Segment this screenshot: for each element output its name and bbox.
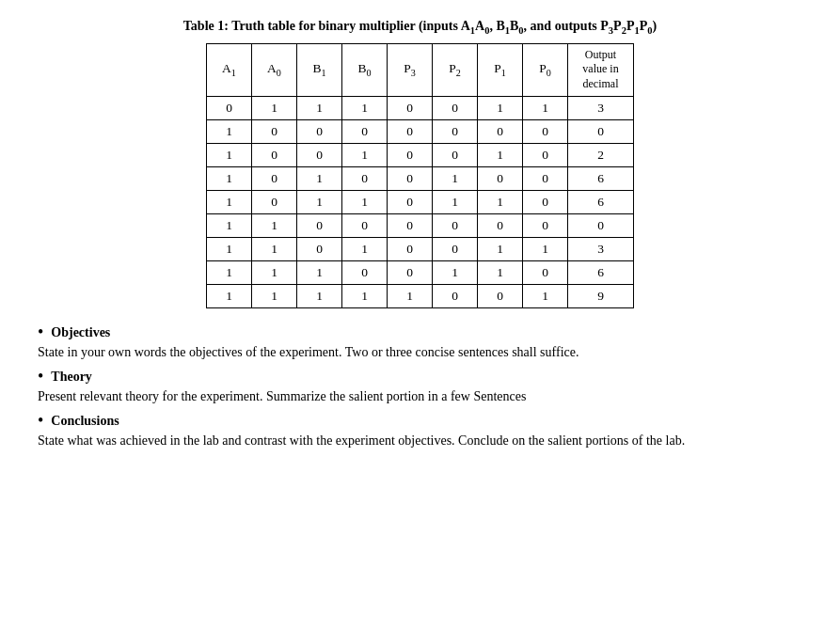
table-cell: 1 (342, 96, 388, 119)
table-cell: 3 (568, 237, 634, 260)
table-cell: 9 (568, 284, 634, 307)
table-cell: 0 (478, 284, 523, 307)
section-heading-objectives: Objectives (51, 325, 110, 340)
table-cell: 0 (388, 96, 433, 119)
table-cell: 1 (207, 119, 252, 143)
table-cell: 0 (433, 284, 478, 307)
col-header-p1: P1 (478, 43, 523, 96)
table-cell: 2 (568, 143, 634, 166)
table-cell: 1 (478, 260, 523, 284)
table-cell: 0 (523, 260, 568, 284)
bullet-dot-theory: • (38, 368, 43, 385)
section-heading-theory: Theory (51, 370, 92, 385)
section-body-objectives: State in your own words the objectives o… (38, 342, 802, 362)
table-row: 111001106 (207, 260, 634, 284)
table-cell: 1 (433, 190, 478, 213)
table-cell: 6 (568, 260, 634, 284)
truth-table: A1 A0 B1 B0 P3 P2 P1 P0 Output value in … (206, 43, 634, 308)
table-cell: 1 (478, 237, 523, 260)
table-cell: 1 (207, 237, 252, 260)
table-cell: 0 (342, 119, 388, 143)
table-cell: 0 (388, 166, 433, 190)
table-cell: 1 (297, 96, 342, 119)
table-cell: 0 (568, 119, 634, 143)
table-cell: 0 (342, 213, 388, 237)
table-cell: 0 (252, 190, 297, 213)
table-cell: 1 (252, 237, 297, 260)
table-cell: 1 (207, 260, 252, 284)
section-body-theory: Present relevant theory for the experime… (38, 386, 802, 406)
table-cell: 0 (252, 119, 297, 143)
table-cell: 1 (207, 143, 252, 166)
table-cell: 0 (388, 237, 433, 260)
table-cell: 0 (433, 119, 478, 143)
table-cell: 1 (297, 166, 342, 190)
table-cell: 1 (478, 96, 523, 119)
table-cell: 0 (478, 119, 523, 143)
table-cell: 0 (297, 237, 342, 260)
bullet-dot-conclusions: • (38, 412, 43, 429)
table-cell: 0 (207, 96, 252, 119)
table-cell: 0 (388, 143, 433, 166)
table-cell: 1 (252, 96, 297, 119)
table-cell: 0 (433, 143, 478, 166)
table-cell: 0 (433, 96, 478, 119)
table-cell: 1 (252, 213, 297, 237)
table-row: 101001006 (207, 166, 634, 190)
table-cell: 1 (252, 284, 297, 307)
table-cell: 0 (342, 166, 388, 190)
table-cell: 1 (342, 143, 388, 166)
table-cell: 1 (478, 143, 523, 166)
col-header-p3: P3 (388, 43, 433, 96)
table-row: 110000000 (207, 213, 634, 237)
table-cell: 1 (207, 284, 252, 307)
section-conclusions: • Conclusions State what was achieved in… (38, 414, 802, 450)
table-cell: 0 (523, 213, 568, 237)
table-cell: 1 (523, 237, 568, 260)
table-row: 011100113 (207, 96, 634, 119)
table-cell: 1 (207, 166, 252, 190)
table-cell: 1 (433, 260, 478, 284)
col-header-b0: B0 (342, 43, 388, 96)
table-cell: 3 (568, 96, 634, 119)
table-cell: 0 (252, 143, 297, 166)
table-cell: 0 (433, 213, 478, 237)
table-row: 111110019 (207, 284, 634, 307)
table-row: 110100113 (207, 237, 634, 260)
table-row: 100000000 (207, 119, 634, 143)
section-theory: • Theory Present relevant theory for the… (38, 370, 802, 406)
section-heading-conclusions: Conclusions (51, 414, 119, 429)
col-header-a0: A0 (252, 43, 297, 96)
table-row: 101101106 (207, 190, 634, 213)
table-cell: 0 (523, 190, 568, 213)
col-header-p0: P0 (523, 43, 568, 96)
table-cell: 0 (523, 143, 568, 166)
table-cell: 0 (342, 260, 388, 284)
table-cell: 1 (478, 190, 523, 213)
table-cell: 0 (523, 119, 568, 143)
table-cell: 1 (297, 284, 342, 307)
section-list: • Objectives State in your own words the… (38, 325, 802, 450)
col-header-output: Output value in decimal (568, 43, 634, 96)
table-cell: 0 (388, 190, 433, 213)
col-header-p2: P2 (433, 43, 478, 96)
table-cell: 6 (568, 190, 634, 213)
section-body-conclusions: State what was achieved in the lab and c… (38, 431, 802, 450)
page-content: Table 1: Truth table for binary multipli… (38, 19, 802, 450)
table-cell: 0 (252, 166, 297, 190)
col-header-a1: A1 (207, 43, 252, 96)
col-header-b1: B1 (297, 43, 342, 96)
table-title: Table 1: Truth table for binary multipli… (38, 19, 802, 36)
table-cell: 1 (252, 260, 297, 284)
table-cell: 0 (297, 143, 342, 166)
table-cell: 0 (388, 260, 433, 284)
table-cell: 0 (478, 166, 523, 190)
table-cell: 1 (207, 190, 252, 213)
table-cell: 1 (433, 166, 478, 190)
table-cell: 1 (207, 213, 252, 237)
table-cell: 0 (523, 166, 568, 190)
table-cell: 0 (388, 213, 433, 237)
table-cell: 1 (523, 96, 568, 119)
table-cell: 1 (342, 237, 388, 260)
table-cell: 0 (568, 213, 634, 237)
